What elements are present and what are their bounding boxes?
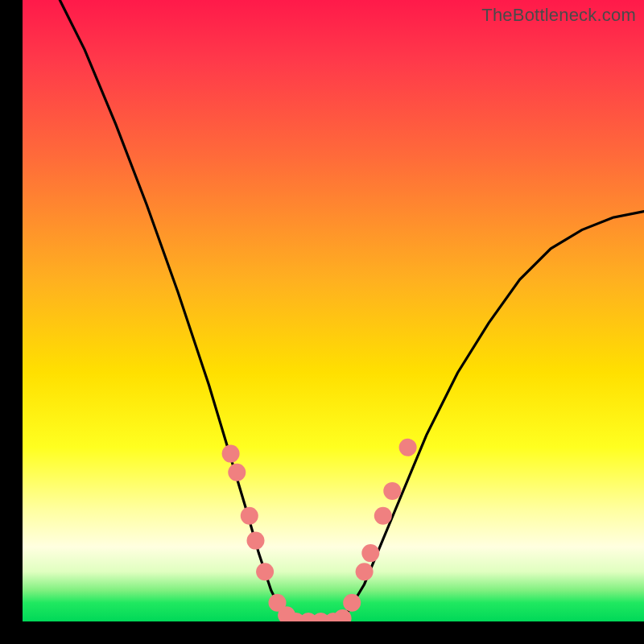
marker-dot bbox=[356, 563, 374, 580]
marker-dot bbox=[383, 482, 401, 500]
curve-svg bbox=[23, 0, 644, 621]
marker-dot bbox=[222, 445, 240, 463]
plot-area: TheBottleneck.com bbox=[23, 0, 644, 621]
chart-frame: TheBottleneck.com bbox=[0, 0, 644, 644]
bottleneck-curve bbox=[60, 0, 644, 621]
marker-dot bbox=[256, 563, 274, 580]
marker-dot bbox=[241, 507, 258, 525]
marker-dot bbox=[361, 544, 379, 562]
marker-dot bbox=[374, 507, 392, 525]
marker-dot bbox=[343, 594, 361, 612]
marker-dot bbox=[399, 439, 417, 456]
marker-dot bbox=[247, 532, 265, 550]
marker-dot bbox=[228, 464, 246, 481]
